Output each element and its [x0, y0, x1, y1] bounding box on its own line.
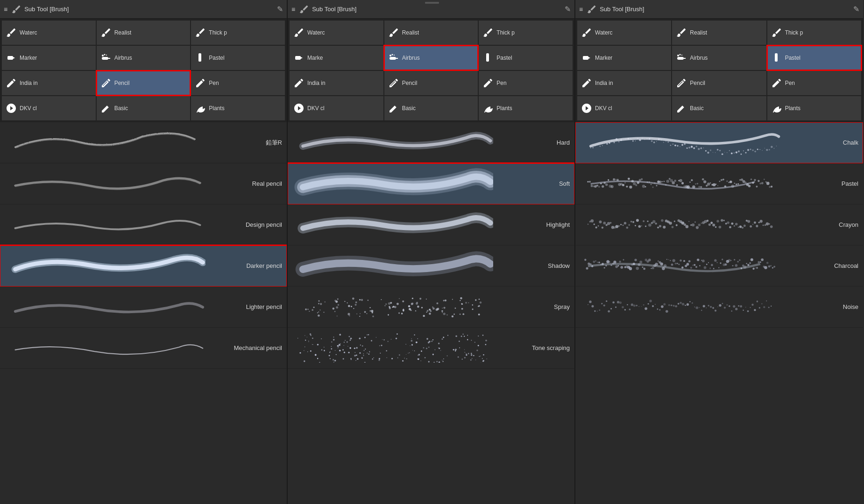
tool-item-realist[interactable]: Realist	[384, 21, 478, 45]
svg-point-217	[368, 353, 370, 355]
tool-item-pencil[interactable]: Pencil	[672, 71, 766, 95]
svg-point-529	[590, 219, 594, 222]
svg-point-232	[329, 352, 330, 353]
edit-button[interactable]: ✎	[565, 5, 571, 14]
svg-point-800	[757, 301, 758, 302]
brush-item-soft[interactable]: Soft	[288, 163, 574, 204]
brush-item-lighter-pencil[interactable]: Lighter pencil	[0, 287, 287, 328]
tool-icon-india	[581, 77, 592, 89]
tool-item-airbrus[interactable]: Airbrus	[384, 46, 478, 70]
svg-point-79	[393, 306, 395, 308]
tool-item-plants[interactable]: Plants	[191, 96, 285, 120]
tool-item-dkv-cl[interactable]: DKV cl	[577, 96, 671, 120]
brush-item-real-pencil[interactable]: Real pencil	[0, 163, 287, 204]
tool-item-pencil[interactable]: Pencil	[97, 71, 191, 95]
tool-item-pastel[interactable]: Pastel	[479, 46, 573, 70]
tool-grid: Waterc Realist Thick p Marker Airbrus	[575, 19, 863, 122]
svg-point-606	[750, 225, 752, 227]
brush-item-tone-scraping[interactable]: Tone scraping	[288, 328, 574, 369]
tool-item-marke[interactable]: Marke	[290, 46, 383, 70]
tool-item-pencil[interactable]: Pencil	[384, 71, 478, 95]
tool-item-thick-p[interactable]: Thick p	[479, 21, 573, 45]
tool-item-marker[interactable]: Marker	[577, 46, 671, 70]
svg-point-686	[704, 266, 707, 269]
tool-item-pastel[interactable]: Pastel	[191, 46, 285, 70]
brush-item-design-pencil[interactable]: Design pencil	[0, 204, 287, 245]
svg-point-369	[642, 138, 643, 139]
tool-item-realist[interactable]: Realist	[97, 21, 191, 45]
tool-item-basic[interactable]: Basic	[384, 96, 478, 120]
brush-item-charcoal[interactable]: Charcoal	[575, 245, 863, 287]
svg-point-724	[770, 265, 772, 266]
brush-item-darker-pencil[interactable]: Darker pencil	[0, 245, 287, 287]
tool-label: Basic	[402, 105, 416, 112]
svg-point-342	[677, 55, 679, 56]
svg-point-133	[461, 303, 462, 304]
brush-item-chalk[interactable]: Chalk	[575, 122, 863, 163]
brush-item-shadow[interactable]: Shadow	[288, 245, 574, 287]
tool-item-dkv-cl[interactable]: DKV cl	[2, 96, 96, 120]
tool-item-india-in[interactable]: India in	[2, 71, 96, 95]
brush-item-crayon[interactable]: Crayon	[575, 204, 863, 245]
tool-item-pen[interactable]: Pen	[191, 71, 285, 95]
tool-label: Basic	[114, 105, 128, 112]
tool-item-dkv-cl[interactable]: DKV cl	[290, 96, 383, 120]
tool-item-realist[interactable]: Realist	[672, 21, 766, 45]
brush-item-hard[interactable]: Hard	[288, 122, 574, 163]
brush-item-pastel[interactable]: Pastel	[575, 163, 863, 204]
tool-item-basic[interactable]: Basic	[97, 96, 191, 120]
svg-point-670	[677, 262, 678, 264]
brush-item-highlight[interactable]: Highlight	[288, 204, 574, 245]
svg-point-216	[336, 354, 337, 355]
svg-point-295	[343, 358, 344, 359]
tool-item-waterc[interactable]: Waterc	[577, 21, 671, 45]
tool-item-pen[interactable]: Pen	[767, 71, 861, 95]
svg-point-794	[743, 309, 744, 311]
svg-point-713	[751, 258, 753, 261]
tool-label: Thick p	[496, 29, 515, 36]
svg-point-179	[354, 347, 355, 349]
tool-item-basic[interactable]: Basic	[672, 96, 766, 120]
svg-point-793	[740, 305, 742, 308]
svg-point-530	[594, 223, 595, 224]
svg-point-48	[436, 308, 438, 311]
svg-point-599	[735, 223, 738, 225]
tool-item-airbrus[interactable]: Airbrus	[97, 46, 191, 70]
svg-point-45	[410, 309, 411, 311]
svg-point-151	[467, 339, 468, 340]
svg-point-57	[319, 300, 320, 301]
menu-icon[interactable]: ≡	[579, 6, 583, 13]
svg-point-357	[614, 142, 615, 143]
svg-point-741	[619, 301, 622, 304]
tool-item-waterc[interactable]: Waterc	[2, 21, 96, 45]
tool-item-thick-p[interactable]: Thick p	[767, 21, 861, 45]
svg-point-89	[372, 315, 374, 317]
tool-item-pastel[interactable]: Pastel	[767, 46, 861, 70]
tool-item-marker[interactable]: Marker	[2, 46, 96, 70]
svg-point-554	[643, 220, 644, 222]
brush-item-mechanical-pencil[interactable]: Mechanical pencil	[0, 328, 287, 369]
svg-point-623	[595, 260, 596, 261]
brush-item-noise[interactable]: Noise	[575, 287, 863, 328]
brush-item-鉛筆r[interactable]: 鉛筆R	[0, 122, 287, 163]
tool-item-thick-p[interactable]: Thick p	[191, 21, 285, 45]
tool-item-airbrus[interactable]: Airbrus	[672, 46, 766, 70]
svg-point-206	[365, 348, 366, 349]
tool-item-plants[interactable]: Plants	[767, 96, 861, 120]
svg-point-470	[666, 180, 670, 183]
tool-item-pen[interactable]: Pen	[479, 71, 573, 95]
edit-button[interactable]: ✎	[277, 5, 283, 14]
svg-point-193	[455, 350, 456, 351]
brush-name: Mechanical pencil	[234, 344, 282, 351]
tool-item-waterc[interactable]: Waterc	[290, 21, 383, 45]
brush-item-spray[interactable]: Spray	[288, 287, 574, 328]
tool-item-india-in[interactable]: India in	[290, 71, 383, 95]
tool-item-plants[interactable]: Plants	[479, 96, 573, 120]
svg-point-553	[641, 225, 642, 226]
svg-point-298	[414, 350, 415, 351]
edit-button[interactable]: ✎	[853, 5, 859, 14]
menu-icon[interactable]: ≡	[291, 6, 295, 13]
menu-icon[interactable]: ≡	[4, 6, 7, 13]
tool-item-india-in[interactable]: India in	[577, 71, 671, 95]
svg-point-140	[425, 357, 425, 358]
